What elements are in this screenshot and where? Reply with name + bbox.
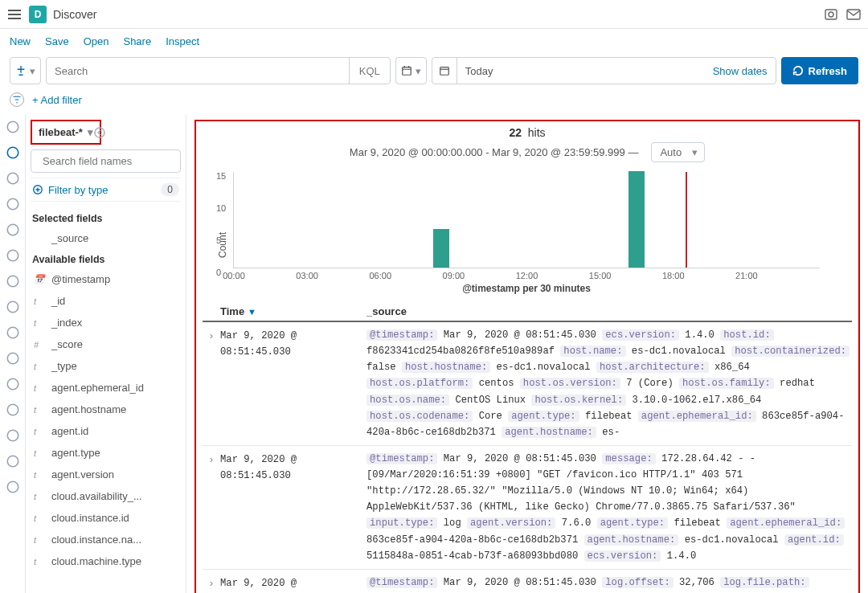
field-item[interactable]: 📅@timestamp xyxy=(31,268,181,290)
time-column-header[interactable]: Time▼ xyxy=(220,305,366,317)
svg-point-17 xyxy=(7,353,18,364)
inspect-link[interactable]: Inspect xyxy=(166,35,199,47)
field-search-input[interactable] xyxy=(43,155,178,167)
expand-row-icon[interactable]: › xyxy=(203,451,220,564)
field-type-icon: t xyxy=(34,296,45,306)
svg-point-13 xyxy=(7,250,18,261)
filter-toggle-icon[interactable] xyxy=(10,92,24,107)
svg-point-15 xyxy=(7,301,18,313)
hit-label: hits xyxy=(528,126,546,139)
field-item[interactable]: tagent.id xyxy=(31,420,181,442)
doc-time: Mar 9, 2020 @ 08:51:45.030 xyxy=(220,575,366,593)
histogram-chart[interactable]: 05101500:0003:0006:0009:0012:0015:0018:0… xyxy=(233,172,820,268)
svg-rect-1 xyxy=(8,14,21,15)
interval-selector[interactable]: Auto xyxy=(651,142,705,162)
svg-point-12 xyxy=(7,224,18,235)
heart-icon[interactable] xyxy=(6,454,20,468)
histogram-bar[interactable] xyxy=(628,171,645,268)
calendar-quick-button[interactable]: ▾ xyxy=(395,57,427,84)
field-item[interactable]: tcloud.availability_... xyxy=(31,485,181,507)
menu-icon[interactable] xyxy=(6,6,23,22)
field-type-icon: t xyxy=(34,470,45,480)
clock-icon[interactable] xyxy=(6,120,20,134)
calendar-icon[interactable] xyxy=(432,58,457,84)
field-type-icon: t xyxy=(34,448,45,458)
field-item[interactable]: t_id xyxy=(31,290,181,312)
field-name: cloud.availability_... xyxy=(51,490,142,502)
globe-icon[interactable] xyxy=(6,248,20,263)
compass-icon[interactable] xyxy=(6,145,20,160)
filter-by-type-link[interactable]: Filter by type xyxy=(48,184,108,196)
mail-icon[interactable] xyxy=(845,6,862,22)
histogram-bar[interactable] xyxy=(433,229,449,268)
date-range-display[interactable]: Today xyxy=(457,65,705,77)
svg-point-10 xyxy=(7,173,18,184)
svg-point-16 xyxy=(7,327,18,338)
expand-row-icon[interactable]: › xyxy=(203,327,220,440)
doc-source: @timestamp: Mar 9, 2020 @ 08:51:45.030 m… xyxy=(366,451,852,564)
field-item[interactable]: tcloud.instance.id xyxy=(31,507,181,529)
field-type-icon: t xyxy=(34,535,45,545)
graph-icon[interactable] xyxy=(6,274,20,288)
field-item[interactable]: tagent.version xyxy=(31,464,181,485)
add-filter-link[interactable]: + Add filter xyxy=(32,94,82,106)
svg-point-19 xyxy=(7,404,18,415)
expand-row-icon[interactable]: › xyxy=(203,575,220,593)
code-icon[interactable] xyxy=(6,325,20,340)
field-item[interactable]: tcloud.machine.type xyxy=(31,550,181,572)
field-item[interactable]: t_type xyxy=(31,355,181,377)
svg-point-9 xyxy=(7,147,18,158)
gear-icon[interactable] xyxy=(6,480,20,494)
pin-icon[interactable] xyxy=(6,223,20,237)
time-range-label: Mar 9, 2020 @ 00:00:00.000 - Mar 9, 2020… xyxy=(350,146,639,158)
new-link[interactable]: New xyxy=(10,35,31,47)
collapse-sidebar-icon[interactable] xyxy=(93,126,106,139)
field-item[interactable]: tcloud.instance.na... xyxy=(31,529,181,550)
open-link[interactable]: Open xyxy=(84,35,109,47)
field-type-icon: t xyxy=(34,427,45,436)
search-input[interactable] xyxy=(47,65,349,77)
doc-time: Mar 9, 2020 @ 08:51:45.030 xyxy=(220,451,366,564)
field-name: _type xyxy=(51,360,77,372)
field-item[interactable]: tagent.hostname xyxy=(31,399,181,420)
field-name: cloud.instance.id xyxy=(51,512,129,524)
document-row: ›Mar 9, 2020 @ 08:51:45.030@timestamp: M… xyxy=(203,570,852,593)
field-item[interactable]: #_score xyxy=(31,333,181,355)
field-item[interactable]: t_index xyxy=(31,312,181,333)
svg-point-14 xyxy=(7,276,18,287)
kql-toggle[interactable]: KQL xyxy=(349,58,390,84)
field-name: cloud.instance.na... xyxy=(51,534,141,546)
field-type-icon: t xyxy=(34,362,45,371)
index-pattern-name: filebeat-* xyxy=(39,126,83,138)
field-type-icon: # xyxy=(34,340,45,350)
screenshot-icon[interactable] xyxy=(823,6,839,22)
hit-count: 22 xyxy=(509,126,522,139)
refresh-button[interactable]: Refresh xyxy=(781,57,858,84)
user-icon[interactable] xyxy=(6,300,20,314)
svg-point-8 xyxy=(7,121,18,133)
app-icon: D xyxy=(29,6,47,23)
svg-rect-6 xyxy=(403,67,411,76)
bar-icon[interactable] xyxy=(6,197,20,211)
wifi-icon[interactable] xyxy=(6,403,20,417)
app-title: Discover xyxy=(53,8,96,21)
show-dates-link[interactable]: Show dates xyxy=(705,65,776,77)
field-type-icon: t xyxy=(34,557,45,566)
upload-icon[interactable] xyxy=(6,377,20,391)
field-item[interactable]: tagent.type xyxy=(31,442,181,464)
share-link[interactable]: Share xyxy=(123,35,151,47)
source-column-header[interactable]: _source xyxy=(366,305,407,317)
layout-icon[interactable] xyxy=(6,171,20,186)
save-link[interactable]: Save xyxy=(45,35,69,47)
index-pattern-selector[interactable]: filebeat-* ▾ xyxy=(31,120,101,145)
field-name: agent.id xyxy=(51,425,88,437)
wrench-icon[interactable] xyxy=(6,428,20,443)
filter-icon xyxy=(32,184,43,195)
drop-icon[interactable] xyxy=(6,351,20,366)
svg-point-11 xyxy=(7,198,18,210)
svg-rect-3 xyxy=(825,10,837,19)
saved-query-button[interactable]: ▾ xyxy=(10,57,41,84)
field-item[interactable]: tagent.ephemeral_id xyxy=(31,377,181,399)
field-name: agent.type xyxy=(51,447,100,459)
field-item[interactable]: _source xyxy=(31,227,181,249)
